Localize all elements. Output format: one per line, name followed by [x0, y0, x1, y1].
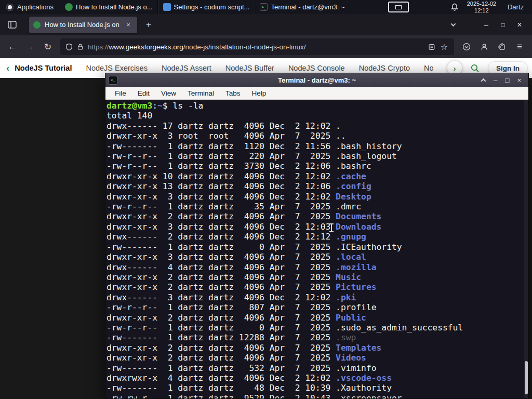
entry-name: .Xauthority	[336, 383, 392, 393]
back-button[interactable]: ←	[4, 38, 21, 55]
terminal-entry: -rw-r--r-- 1 dartz dartz 0 Apr 7 2025 .s…	[107, 323, 528, 332]
entry-name: .swp	[336, 332, 356, 342]
entry-meta: -rw-r--r-- 1 dartz dartz 807 Apr 7 2025	[107, 302, 336, 312]
terminal-maximize-button[interactable]: □	[501, 74, 513, 86]
terminal-menu-edit[interactable]: Edit	[132, 88, 155, 98]
taskbar-item-1[interactable]: How to Install Node.js o...	[60, 0, 157, 14]
nav-item-1[interactable]: NodeJS Tutorial	[15, 64, 72, 72]
entry-name: Documents	[336, 211, 381, 221]
terminal-entry: -rw------- 1 dartz dartz 48 Dec 2 10:39 …	[107, 383, 528, 393]
nav-scroll-left-icon[interactable]: ‹	[6, 62, 9, 74]
taskbar-item-3[interactable]: >_Terminal - dartz@vm3: ~	[255, 0, 350, 14]
browser-minimize-button[interactable]: –	[478, 18, 495, 32]
padlock-icon[interactable]	[77, 43, 84, 50]
terminal-entry: -rw-r--r-- 1 dartz dartz 35 Apr 7 2025 .…	[107, 202, 528, 211]
nav-item-4[interactable]: NodeJS Buffer	[225, 64, 274, 72]
terminal-entry: drwxr-xr-x 2 dartz dartz 4096 Apr 7 2025…	[107, 343, 528, 353]
terminal-menu-file[interactable]: File	[110, 88, 131, 98]
applications-label: Applications	[17, 3, 54, 11]
terminal-menu-tabs[interactable]: Tabs	[220, 88, 246, 98]
nav-item-7[interactable]: NodeJS DNS	[424, 64, 433, 72]
browser-restore-button[interactable]: □	[495, 18, 511, 32]
entry-meta: drwxr-xr-x 2 dartz dartz 4096 Apr 7 2025	[107, 313, 336, 323]
terminal-entry: -rw------- 1 dartz dartz 1120 Dec 2 11:5…	[107, 141, 528, 151]
terminal-prompt-line: dartz@vm3:~$ ls -la	[107, 101, 528, 111]
entry-meta: -rw-r--r-- 1 dartz dartz 3730 Dec 2 12:0…	[107, 161, 336, 171]
gfg-icon	[65, 3, 73, 11]
terminal-app-icon: >_	[109, 76, 117, 85]
terminal-entry: drwxr-xr-x 2 dartz dartz 4096 Apr 7 2025…	[107, 282, 528, 292]
terminal-close-button[interactable]: ×	[513, 74, 525, 86]
entry-name: Videos	[336, 353, 366, 363]
nav-item-5[interactable]: NodeJS Console	[288, 64, 345, 72]
entry-name: .bash_history	[336, 141, 402, 151]
terminal-scrollbar[interactable]	[524, 100, 528, 398]
entry-name: Downloads	[336, 222, 381, 232]
reload-button[interactable]: ↻	[39, 38, 56, 55]
applications-menu[interactable]: Applications	[0, 0, 60, 14]
terminal-minimize-button[interactable]: –	[489, 74, 501, 86]
entry-name: Desktop	[336, 192, 371, 202]
nav-item-3[interactable]: NodeJS Assert	[162, 64, 211, 72]
nav-item-6[interactable]: NodeJS Crypto	[359, 64, 410, 72]
nav-item-2[interactable]: NodeJS Exercises	[86, 64, 147, 72]
bookmark-star-icon[interactable]: ☆	[440, 42, 449, 52]
tracking-shield-icon[interactable]	[65, 43, 73, 51]
url-bar[interactable]: https://www.geeksforgeeks.org/node-js/in…	[60, 38, 454, 55]
entry-name: Public	[336, 313, 366, 323]
reader-mode-icon[interactable]	[428, 44, 435, 50]
terminal-menu-help[interactable]: Help	[247, 88, 272, 98]
user-menu[interactable]: Dartz	[504, 3, 527, 11]
terminal-entry: drwxr-xr-x 3 dartz dartz 4096 Apr 7 2025…	[107, 252, 528, 262]
browser-tab[interactable]: How to Install Node.js on ×	[29, 17, 137, 33]
terminal-entry: -rw------- 1 dartz dartz 0 Apr 7 2025 .I…	[107, 242, 528, 252]
url-path: /node-js/installation-of-node-js-on-linu…	[183, 43, 306, 51]
entry-meta: -rw-rw-r-- 1 dartz dartz 9529 Dec 2 10:4…	[107, 393, 336, 398]
entry-name: .gnupg	[336, 232, 366, 242]
hamburger-menu-icon[interactable]: ≡	[511, 38, 528, 55]
tab-close-icon[interactable]: ×	[124, 20, 133, 30]
terminal-total-line: total 140	[107, 111, 528, 121]
list-all-tabs-icon[interactable]	[446, 18, 460, 32]
new-tab-button[interactable]: +	[141, 18, 156, 32]
top-panel: Applications How to Install Node.js o...…	[0, 0, 532, 14]
entry-meta: -rw-r--r-- 1 dartz dartz 220 Apr 7 2025	[107, 151, 336, 161]
terminal-entry: drwxr-xr-x 2 dartz dartz 4096 Apr 7 2025…	[107, 272, 528, 282]
entry-meta: drwx------ 4 dartz dartz 4096 Apr 7 2025	[107, 262, 336, 272]
terminal-menu-terminal[interactable]: Terminal	[182, 88, 219, 98]
taskbar: How to Install Node.js o...Settings - co…	[60, 0, 350, 14]
terminal-entry: drwx------ 4 dartz dartz 4096 Apr 7 2025…	[107, 262, 528, 272]
extensions-puzzle-icon[interactable]	[494, 38, 510, 55]
entry-name: .xscreensaver	[336, 393, 402, 398]
terminal-scrollbar-thumb[interactable]	[525, 361, 528, 394]
entry-meta: drwx------ 2 dartz dartz 4096 Dec 2 12:1…	[107, 232, 336, 242]
taskbar-item-label: Settings - codium script...	[174, 3, 250, 11]
entry-meta: -rw-r--r-- 1 dartz dartz 35 Apr 7 2025	[107, 202, 336, 211]
taskbar-item-2[interactable]: Settings - codium script...	[158, 0, 255, 14]
clock-date: 2025-12-02	[467, 1, 496, 7]
firefox-view-icon[interactable]	[4, 18, 20, 32]
terminal-output: dartz@vm3:~$ ls -latotal 140drwx------ 1…	[105, 100, 528, 398]
terminal-entry: -rw-r--r-- 1 dartz dartz 3730 Dec 2 12:0…	[107, 161, 528, 171]
terminal-entry: drwxr-xr-x 10 dartz dartz 4096 Dec 2 12:…	[107, 171, 528, 181]
account-icon[interactable]	[476, 38, 493, 55]
entry-name: .sudo_as_admin_successful	[336, 323, 463, 332]
entry-meta: drwxr-xr-x 13 dartz dartz 4096 Dec 2 12:…	[107, 181, 336, 191]
terminal-entry: drwxr-xr-x 13 dartz dartz 4096 Dec 2 12:…	[107, 181, 528, 191]
terminal-titlebar[interactable]: >_ Terminal - dartz@vm3: ~ – □ ×	[105, 73, 528, 87]
entry-meta: drwxr-xr-x 10 dartz dartz 4096 Dec 2 12:…	[107, 171, 336, 181]
settings-icon	[163, 3, 171, 11]
site-search-icon[interactable]	[470, 63, 480, 73]
browser-close-button[interactable]: ×	[511, 18, 528, 32]
entry-meta: drwxr-xr-x 3 root root 4096 Apr 7 2025	[107, 131, 336, 141]
terminal-rollup-icon[interactable]	[477, 74, 489, 86]
tray-window-icon[interactable]	[388, 2, 409, 12]
notifications-bell-icon[interactable]	[450, 3, 459, 11]
clock[interactable]: 2025-12-02 12:12	[467, 1, 496, 14]
entry-meta: -rw------- 1 dartz dartz 0 Apr 7 2025	[107, 242, 336, 252]
terminal-entry: drwxr-xr-x 3 root root 4096 Apr 7 2025 .…	[107, 131, 528, 141]
pocket-icon[interactable]	[458, 38, 475, 55]
screen: Applications How to Install Node.js o...…	[0, 0, 532, 399]
forward-button[interactable]: →	[22, 38, 38, 55]
terminal-menu-view[interactable]: View	[156, 88, 181, 98]
